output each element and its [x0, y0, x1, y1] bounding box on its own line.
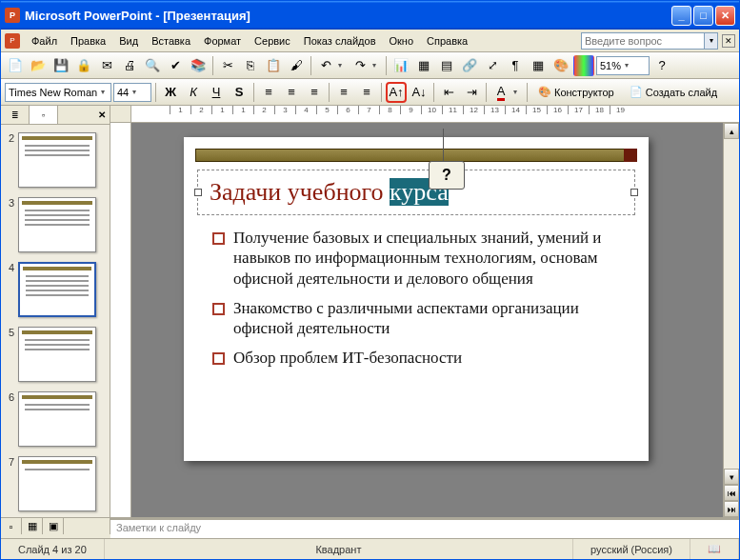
increase-indent-button[interactable]: ⇥ [461, 82, 482, 103]
redo-button[interactable]: ↷ [350, 55, 370, 76]
help-icon[interactable]: ? [651, 55, 672, 76]
doc-icon[interactable]: P [5, 33, 20, 49]
thumb-3[interactable] [18, 197, 96, 252]
thumb-2[interactable] [18, 132, 96, 188]
increase-font-button[interactable]: A↑ [386, 82, 407, 103]
titlebar: P Microsoft PowerPoint - [Презентация] _… [1, 1, 739, 30]
paste-button[interactable]: 📋 [263, 55, 284, 76]
open-button[interactable]: 📂 [28, 55, 49, 76]
grayscale-button[interactable] [573, 55, 594, 76]
status-spellcheck-icon[interactable]: 📖 [690, 539, 739, 559]
thumbnail-pane: ≣ ▫ ✕ 2 3 4 5 6 7 8 [1, 106, 110, 517]
menu-format[interactable]: Формат [198, 32, 247, 50]
save-button[interactable]: 💾 [50, 55, 71, 76]
status-template: Квадрант [105, 539, 573, 559]
normal-view-button[interactable]: ▫ [1, 518, 22, 534]
vertical-ruler[interactable] [110, 123, 131, 517]
designer-button[interactable]: 🎨Конструктор [531, 82, 621, 103]
preview-button[interactable]: 🔍 [142, 55, 163, 76]
maximize-button[interactable]: □ [693, 6, 713, 26]
align-left-button[interactable]: ≡ [258, 82, 279, 103]
thumb-5[interactable] [18, 327, 96, 382]
expand-button[interactable]: ⤢ [482, 55, 503, 76]
numbered-list-button[interactable]: ≡ [333, 82, 354, 103]
email-button[interactable]: ✉ [96, 55, 117, 76]
callout-tooltip: ? [429, 161, 465, 190]
menu-slideshow[interactable]: Показ слайдов [298, 32, 382, 50]
status-slide-number: Слайд 4 из 20 [1, 539, 105, 559]
zoom-combo[interactable]: 51%▾ [596, 56, 650, 75]
font-name-combo[interactable]: Times New Roman▾ [5, 83, 111, 102]
thumbnail-list[interactable]: 2 3 4 5 6 7 8 [1, 125, 110, 517]
minimize-button[interactable]: _ [671, 6, 691, 26]
thumb-4[interactable] [18, 262, 96, 317]
permission-button[interactable]: 🔒 [73, 55, 94, 76]
research-button[interactable]: 📚 [188, 55, 209, 76]
close-button[interactable]: ✕ [715, 6, 735, 26]
underline-button[interactable]: Ч [206, 82, 227, 103]
outline-tab[interactable]: ≣ [1, 106, 30, 124]
grid-button[interactable]: ▦ [528, 55, 549, 76]
menu-edit[interactable]: Правка [65, 32, 111, 50]
shadow-button[interactable]: S [229, 82, 250, 103]
cut-button[interactable]: ✂ [217, 55, 238, 76]
copy-button[interactable]: ⎘ [240, 55, 261, 76]
menu-insert[interactable]: Вставка [146, 32, 196, 50]
bullet-item[interactable]: Получение базовых и специальных знаний, … [212, 228, 630, 289]
title-placeholder[interactable]: Задачи учебного курса [197, 170, 635, 215]
color-button[interactable]: 🎨 [550, 55, 571, 76]
close-pane-button[interactable]: ✕ [94, 106, 110, 124]
help-search-input[interactable] [581, 32, 705, 50]
font-size-combo[interactable]: 44▾ [113, 83, 151, 102]
undo-button[interactable]: ↶ [315, 55, 336, 76]
spell-button[interactable]: ✔ [165, 55, 186, 76]
align-center-button[interactable]: ≡ [281, 82, 302, 103]
bullet-list-button[interactable]: ≡ [356, 82, 377, 103]
decrease-indent-button[interactable]: ⇤ [438, 82, 459, 103]
tables-borders-button[interactable]: ▤ [436, 55, 457, 76]
bullet-item[interactable]: Обзор проблем ИТ-безопасности [212, 348, 630, 368]
slideshow-view-button[interactable]: ▣ [43, 518, 64, 534]
format-painter-button[interactable]: 🖌 [286, 55, 307, 76]
italic-button[interactable]: К [183, 82, 204, 103]
bullet-item[interactable]: Знакомство с различными аспектами органи… [212, 298, 630, 339]
new-button[interactable]: 📄 [5, 55, 26, 76]
bold-button[interactable]: Ж [160, 82, 181, 103]
prev-slide-button[interactable]: ⏮ [724, 485, 739, 501]
status-language[interactable]: русский (Россия) [573, 539, 690, 559]
menu-window[interactable]: Окно [384, 32, 420, 50]
slides-tab[interactable]: ▫ [30, 106, 58, 124]
menu-view[interactable]: Вид [113, 32, 144, 50]
menu-file[interactable]: Файл [26, 32, 63, 50]
print-button[interactable]: 🖨 [119, 55, 140, 76]
horizontal-ruler[interactable]: 12112345678910111213141516171819 [131, 106, 739, 122]
content-placeholder[interactable]: Получение базовых и специальных знаний, … [212, 228, 630, 378]
hyperlink-button[interactable]: 🔗 [459, 55, 480, 76]
font-color-button[interactable]: A [490, 82, 511, 103]
scroll-up-button[interactable]: ▴ [724, 123, 739, 139]
doc-close-button[interactable]: ✕ [722, 34, 735, 48]
slide-title[interactable]: Задачи учебного курса [210, 178, 449, 207]
chart-button[interactable]: 📊 [390, 55, 411, 76]
show-format-button[interactable]: ¶ [505, 55, 526, 76]
menu-tools[interactable]: Сервис [249, 32, 296, 50]
thumb-7[interactable] [18, 456, 96, 511]
standard-toolbar: 📄 📂 💾 🔒 ✉ 🖨 🔍 ✔ 📚 ✂ ⎘ 📋 🖌 ↶▾ ↷▾ 📊 ▦ ▤ 🔗 … [1, 52, 739, 79]
align-right-button[interactable]: ≡ [304, 82, 325, 103]
menu-help[interactable]: Справка [421, 32, 473, 50]
menubar: P Файл Правка Вид Вставка Формат Сервис … [1, 30, 739, 52]
slide-decoration-bar [195, 149, 637, 162]
sorter-view-button[interactable]: ▦ [22, 518, 43, 534]
scroll-down-button[interactable]: ▾ [724, 469, 739, 485]
thumb-6[interactable] [18, 391, 96, 447]
slide-canvas[interactable]: Задачи учебного курса Получение базовых … [131, 123, 723, 517]
decrease-font-button[interactable]: A↓ [409, 82, 430, 103]
help-search-dropdown[interactable]: ▾ [705, 32, 718, 50]
next-slide-button[interactable]: ⏭ [724, 501, 739, 517]
ruler: 12112345678910111213141516171819 [110, 106, 739, 123]
table-button[interactable]: ▦ [413, 55, 434, 76]
notes-pane[interactable]: Заметки к слайду [110, 517, 739, 538]
new-slide-button[interactable]: 📄Создать слайд [623, 82, 724, 103]
vertical-scrollbar[interactable]: ▴ ▾ ⏮ ⏭ [723, 123, 739, 517]
slide[interactable]: Задачи учебного курса Получение базовых … [184, 137, 649, 461]
